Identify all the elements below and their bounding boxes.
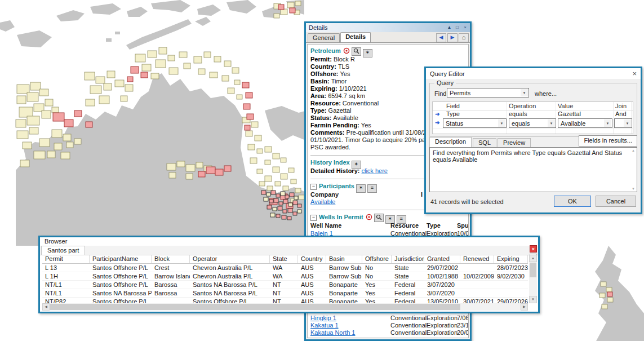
browser-titlebar[interactable]: Browser	[40, 237, 538, 246]
value-select[interactable]: Available ▼	[558, 118, 612, 128]
scroll-up-icon[interactable]: ▲	[632, 149, 635, 152]
zoom-to-icon[interactable]	[374, 214, 384, 222]
well-row[interactable]: Hingkip 1 Conventional Exploration 7/06/…	[310, 315, 468, 322]
table-cell: ParticipantName	[90, 255, 152, 263]
well-link[interactable]: Kakatua North 1	[310, 329, 356, 336]
scroll-right-icon[interactable]: ▶	[521, 303, 528, 311]
zoom-to-icon[interactable]	[352, 47, 361, 56]
table-row[interactable]: NT/L1Santos NA Barossa P/LBarossaSantos …	[42, 289, 528, 298]
table-cell: Santos Offshore P/L	[90, 272, 152, 280]
maximize-icon[interactable]: □	[454, 24, 460, 30]
query-row[interactable]: ➜ Type equals Gazettal And	[433, 110, 633, 118]
field-line: Permit: Block R	[310, 56, 468, 63]
scroll-up-icon[interactable]: ▲	[529, 255, 537, 262]
query-editor-titlebar[interactable]: Query Editor	[426, 68, 641, 80]
table-cell	[494, 289, 528, 297]
table-cell: Basin	[326, 255, 362, 263]
well-link[interactable]: Kakatua 1	[310, 322, 339, 329]
tab-sql[interactable]: SQL	[473, 138, 496, 147]
row-operation: equals	[509, 110, 527, 118]
detailed-history-link[interactable]: click here	[361, 167, 387, 174]
well-resource: Conventional	[390, 315, 427, 321]
nav-forward-icon[interactable]: ▶	[447, 33, 458, 42]
participants-col-interest: I	[421, 191, 423, 198]
target-icon[interactable]	[366, 214, 372, 223]
chevron-down-icon[interactable]: ▼	[498, 119, 505, 127]
horizontal-scrollbar[interactable]: ◀ ▶	[42, 303, 528, 311]
vertical-scrollbar[interactable]: ▲ ▼	[529, 255, 537, 303]
shade-icon[interactable]: ▲	[446, 24, 452, 30]
well-link[interactable]: Hingkip 1	[310, 315, 336, 321]
join-select[interactable]: ▼	[614, 118, 632, 128]
collapse-icon[interactable]: −	[310, 184, 317, 190]
table-cell: 29/07/2002	[424, 264, 460, 272]
scroll-down-icon[interactable]: ▼	[632, 187, 635, 191]
table-cell: Country	[298, 255, 326, 263]
tab-preview[interactable]: Preview	[498, 138, 531, 147]
table-cell: Jurisdiction	[392, 255, 424, 263]
well-link[interactable]: Kakatua North 1 A	[310, 336, 361, 338]
well-row[interactable]: Kakatua North 1 Conventional Exploration…	[310, 329, 468, 336]
table-cell: Offshore	[362, 255, 392, 263]
operation-value: equals	[512, 120, 530, 127]
query-row-active[interactable]: ➜ Status ▼ equals ▼ Available ▼ ▼	[433, 118, 633, 129]
chevron-down-icon[interactable]: ▼	[624, 119, 631, 127]
table-row[interactable]: L 13Santos Offshore P/LCrestChevron Aust…	[42, 264, 528, 272]
table-cell: No	[362, 272, 392, 280]
ok-button[interactable]: OK	[554, 196, 591, 207]
table-cell: NT/L1	[42, 281, 90, 289]
participant-link[interactable]: Available	[310, 198, 335, 205]
close-icon[interactable]: ×	[530, 245, 537, 253]
well-type: Exploration	[427, 329, 458, 336]
field-select[interactable]: Status ▼	[443, 118, 507, 128]
scroll-down-icon[interactable]: ▼	[529, 296, 537, 303]
close-icon[interactable]: ×	[462, 24, 468, 30]
fields-in-results-button[interactable]: Fields in results...	[579, 135, 637, 147]
well-row[interactable]: Kakatua North 1 A Conventional Explorati…	[310, 336, 468, 338]
table-cell: 3/07/2020	[424, 281, 460, 289]
comments-label: Comments:	[310, 129, 345, 136]
table-cell: 9/02/2030	[494, 272, 528, 280]
row-join: And	[615, 110, 627, 118]
scrollbar-thumb[interactable]	[530, 263, 536, 277]
chevron-down-icon[interactable]: ▼	[548, 119, 555, 127]
details-titlebar[interactable]: Details	[306, 23, 470, 32]
table-cell: Bonaparte	[326, 281, 362, 289]
table-row[interactable]: NT/L1Santos Offshore P/LBarossaSantos NA…	[42, 281, 528, 289]
chevron-down-icon[interactable]: ▼	[604, 119, 611, 127]
table-cell: Santos NA Barossa P/L	[90, 289, 152, 297]
table-cell: Barrow Sub	[326, 264, 362, 272]
field-value: Status	[446, 120, 463, 127]
find-select[interactable]: Permits ▼	[447, 88, 529, 98]
nav-back-icon[interactable]: ◀	[436, 33, 446, 42]
close-icon[interactable]: ×	[632, 69, 637, 78]
well-row[interactable]: Kakatua 1 Conventional Exploration 23/11…	[310, 322, 468, 329]
scroll-left-icon[interactable]: ◀	[42, 303, 50, 311]
participants-heading: Participants	[319, 183, 354, 189]
table-cell: Bonaparte	[326, 289, 362, 297]
table-cell: AUS	[298, 281, 326, 289]
cancel-button[interactable]: Cancel	[596, 196, 636, 207]
collapse-icon[interactable]: −	[310, 215, 317, 221]
chevron-down-icon[interactable]: ▼	[521, 89, 528, 96]
tab-description[interactable]: Description	[429, 137, 472, 147]
table-row[interactable]: L 1HSantos Offshore P/LBarrow IslandChev…	[42, 272, 528, 281]
table-cell: 3/07/2020	[424, 289, 460, 297]
table-cell: AUS	[298, 272, 326, 280]
home-icon[interactable]: ⌂	[459, 33, 469, 42]
operation-select[interactable]: equals ▼	[509, 118, 556, 128]
wells-heading: Wells In Permit	[319, 214, 363, 220]
table-cell	[460, 289, 494, 297]
description-textarea[interactable]: Find everything from Permits where Type …	[429, 147, 637, 192]
query-editor-window: Query Editor × Query Find Permits ▼ wher…	[424, 67, 642, 214]
well-type: Exploration	[427, 336, 458, 338]
scrollbar-thumb[interactable]	[50, 304, 460, 310]
find-label: Find	[434, 90, 446, 97]
tab-details[interactable]: Details	[340, 32, 371, 42]
table-cell: Barrow Sub	[326, 272, 362, 280]
flash-icon[interactable]: ✶	[363, 49, 372, 57]
tab-santos-part[interactable]: Santos part	[41, 246, 85, 255]
tab-general[interactable]: General	[308, 33, 340, 42]
target-icon[interactable]	[343, 47, 350, 56]
table-row[interactable]: PermitParticipantNameBlockOperatorStateC…	[42, 255, 528, 264]
